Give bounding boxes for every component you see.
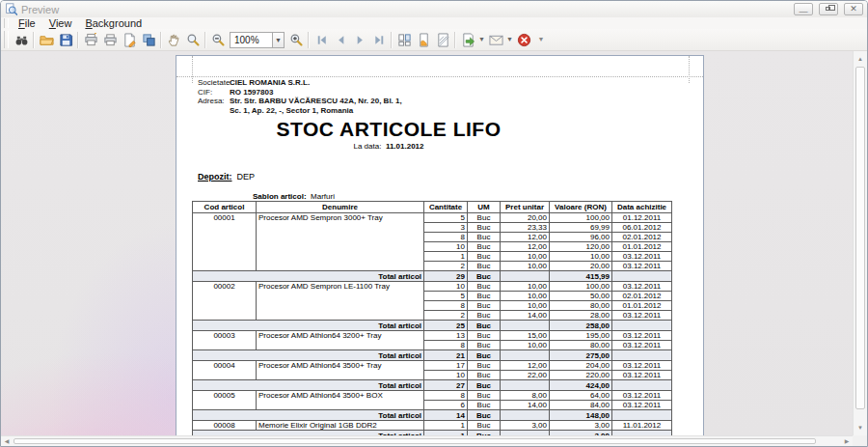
table-cell: 12,00: [501, 242, 550, 252]
multiple-pages-button[interactable]: [394, 30, 414, 49]
open-button[interactable]: [37, 30, 56, 49]
save-button[interactable]: [56, 30, 75, 49]
table-cell: Buc: [468, 371, 501, 380]
total-row: Total articol27Buc424,00: [193, 380, 672, 391]
exit-button[interactable]: [514, 30, 533, 49]
send-email-button[interactable]: [486, 30, 505, 49]
horizontal-scrollbar[interactable]: ◀ ▶: [1, 435, 853, 446]
menu-background[interactable]: Background: [78, 17, 149, 29]
margin-guide-right: [689, 56, 690, 83]
search-icon: [14, 33, 29, 47]
table-cell: 10,00: [501, 292, 550, 301]
table-cell: 100,00: [550, 213, 612, 223]
scale-button[interactable]: [139, 30, 158, 49]
table-cell: Total articol: [193, 410, 424, 421]
total-row: Total articol14Buc148,00: [193, 410, 672, 421]
table-cell: 10,00: [501, 252, 550, 262]
zoom-combo-arrow-icon[interactable]: ▼: [272, 32, 285, 48]
table-cell: 23,33: [501, 223, 550, 233]
margin-guide-top: [176, 76, 703, 77]
scale-icon: [142, 33, 156, 47]
horizontal-scroll-thumb[interactable]: [14, 438, 816, 444]
table-cell: 220,00: [550, 371, 612, 380]
table-cell: 03.12.2011: [612, 371, 672, 380]
table-cell: 8,00: [501, 391, 550, 401]
zoom-input[interactable]: 100%: [230, 32, 272, 48]
scroll-left-icon[interactable]: ◀: [1, 436, 13, 446]
page-setup-button[interactable]: [120, 30, 139, 49]
restore-button[interactable]: [819, 3, 838, 15]
minimize-button[interactable]: —: [794, 3, 813, 15]
scroll-up-icon[interactable]: ▲: [854, 52, 867, 66]
table-cell: 03.12.2011: [612, 361, 672, 371]
watermark-button[interactable]: [433, 30, 452, 49]
last-page-button[interactable]: [369, 30, 389, 49]
table-cell: 195,00: [550, 331, 612, 341]
search-button[interactable]: [12, 30, 31, 49]
quick-print-button[interactable]: [100, 30, 120, 49]
toolbar-overflow-arrow-icon[interactable]: ▼: [535, 30, 547, 49]
table-cell: 10: [424, 242, 468, 252]
table-cell: [501, 321, 550, 331]
page-color-button[interactable]: [414, 30, 433, 49]
scroll-right-icon[interactable]: ▶: [841, 436, 853, 446]
menu-view[interactable]: View: [42, 17, 79, 29]
societate-label: Societate:: [198, 78, 230, 88]
separator: [391, 32, 393, 48]
export-dropdown-arrow-icon[interactable]: ▼: [477, 30, 486, 49]
table-cell: 21: [424, 350, 468, 361]
table-cell: 00002: [193, 282, 257, 321]
zoom-out-button[interactable]: [208, 30, 228, 49]
preview-window: Preview — ✕ File View Background: [0, 0, 868, 447]
next-page-button[interactable]: [350, 30, 369, 49]
adresa-value: Str. Str. BARBU VĂCĂRESCU 42A, Nr. 20, B…: [230, 97, 402, 115]
first-page-button[interactable]: [312, 30, 331, 49]
table-cell: 12,00: [501, 233, 550, 242]
print-button[interactable]: [81, 30, 100, 49]
table-cell: Buc: [468, 350, 501, 361]
separator: [454, 32, 456, 48]
table-cell: Buc: [468, 401, 501, 410]
preview-area[interactable]: Societate:CIEL ROMANIA S.R.L. CIF:RO 159…: [1, 51, 853, 435]
table-cell: 01.01.2012: [612, 242, 672, 252]
table-cell: Buc: [468, 292, 501, 301]
column-header: Data achizitie: [612, 202, 672, 213]
table-header-row: Cod articolDenumireCantitateUMPret unita…: [193, 202, 672, 213]
email-dropdown-arrow-icon[interactable]: ▼: [505, 30, 514, 49]
table-cell: 96,00: [550, 233, 612, 242]
close-button[interactable]: ✕: [844, 3, 863, 15]
vertical-scrollbar[interactable]: ▲ ▼: [853, 51, 867, 435]
magnifier-button[interactable]: [183, 30, 203, 49]
table-cell: 424,00: [550, 380, 612, 391]
table-cell: [612, 380, 672, 391]
scroll-down-icon[interactable]: ▼: [854, 421, 867, 434]
restore-icon: [826, 7, 830, 11]
table-cell: 10,00: [501, 341, 550, 350]
export-document-button[interactable]: [458, 30, 477, 49]
table-cell: Procesor AMD Sempron LE-1100 Tray: [257, 282, 424, 321]
magnifier-icon: [186, 33, 201, 47]
table-cell: 5: [424, 292, 468, 301]
table-cell: [501, 380, 550, 391]
table-cell: 69,99: [550, 223, 612, 233]
vertical-scroll-thumb[interactable]: [855, 67, 865, 409]
table-cell: Total articol: [193, 271, 424, 282]
table-cell: 12,00: [501, 361, 550, 371]
preview-client: Societate:CIEL ROMANIA S.R.L. CIF:RO 159…: [1, 51, 867, 446]
first-page-icon: [314, 33, 329, 47]
page-color-icon: [417, 33, 431, 47]
quick-print-icon: [103, 33, 118, 47]
menu-file[interactable]: File: [12, 17, 42, 29]
table-cell: Buc: [468, 252, 501, 262]
zoom-in-button[interactable]: [286, 30, 306, 49]
table-cell: 275,00: [550, 350, 612, 361]
article-row: 00004Procesor AMD Athlon64 3500+ Tray17B…: [193, 361, 672, 371]
hand-tool-button[interactable]: [164, 30, 183, 49]
table-cell: 15,00: [501, 331, 550, 341]
window-title: Preview: [21, 3, 788, 15]
table-cell: 03.12.2011: [612, 391, 672, 401]
separator: [204, 32, 206, 48]
table-cell: 10,00: [501, 282, 550, 292]
table-cell: Buc: [468, 282, 501, 292]
previous-page-button[interactable]: [331, 30, 350, 49]
